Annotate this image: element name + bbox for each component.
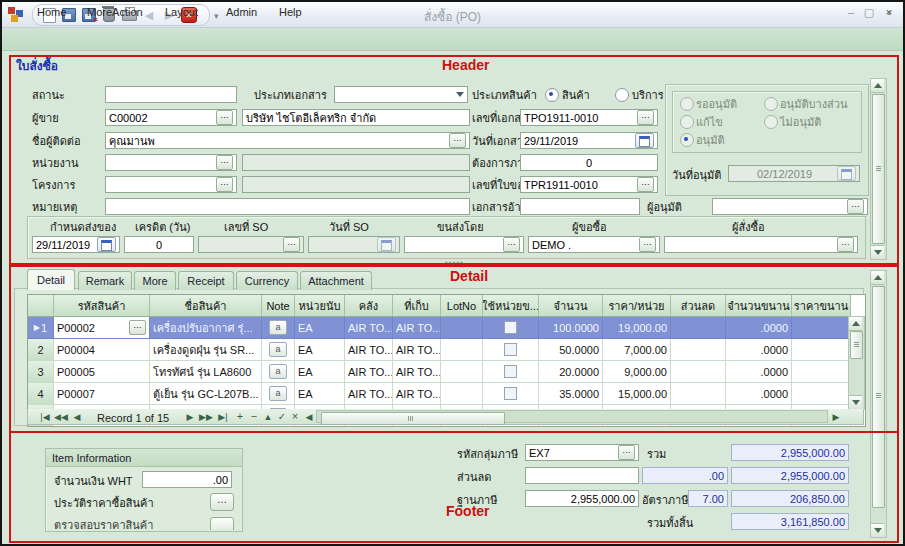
col-unit[interactable]: หน่วยนับ xyxy=(295,295,345,317)
ellipsis-button[interactable]: … xyxy=(129,320,146,335)
scroll-down-icon[interactable] xyxy=(871,245,884,259)
radio-service[interactable] xyxy=(615,88,629,102)
ellipsis-button[interactable]: … xyxy=(639,237,656,252)
discount-input[interactable] xyxy=(525,467,639,484)
requester-input[interactable]: DEMO .… xyxy=(528,236,660,253)
radio-reject[interactable] xyxy=(764,115,778,129)
ellipsis-button[interactable]: … xyxy=(637,110,654,125)
col-unit-price[interactable]: ราคา/หน่วย xyxy=(603,295,671,317)
tab-receipt[interactable]: Receipt xyxy=(178,271,234,290)
ellipsis-button[interactable]: … xyxy=(503,237,520,252)
col-warehouse[interactable]: คลัง xyxy=(345,295,393,317)
radio-wait-approve[interactable] xyxy=(680,97,694,111)
maximize-button[interactable]: ▢ xyxy=(861,6,877,19)
col-product-name[interactable]: ชื่อสินค้า xyxy=(150,295,262,317)
doc-no-input[interactable]: TPO1911-0010… xyxy=(520,109,658,126)
col-qty[interactable]: จำนวน xyxy=(539,295,603,317)
scroll-down-icon[interactable] xyxy=(849,395,862,409)
nav-prev-icon[interactable]: ◀ xyxy=(72,411,82,424)
ellipsis-button[interactable]: … xyxy=(637,177,654,192)
radio-goods-label[interactable]: สินค้า xyxy=(562,88,590,102)
menu-chevron-icon[interactable]: » xyxy=(885,10,896,16)
col-location[interactable]: ที่เก็บ xyxy=(393,295,441,317)
nav-last-icon[interactable]: ▶| xyxy=(216,411,230,424)
scroll-up-icon[interactable] xyxy=(871,271,884,285)
col-note[interactable]: Note xyxy=(262,295,295,317)
table-row[interactable]: 3 P00005 โทรทัศน์ รุ่น LA8600 a EA AIR T… xyxy=(28,361,865,383)
note-icon[interactable]: a xyxy=(269,386,287,401)
project-input[interactable]: … xyxy=(105,176,237,193)
scrollbar-thumb[interactable] xyxy=(872,286,885,508)
note-icon[interactable]: a xyxy=(269,364,287,379)
menu-help[interactable]: Help xyxy=(279,6,302,18)
department-input[interactable]: … xyxy=(105,154,237,171)
approver-input[interactable]: … xyxy=(712,198,868,215)
use-unit-checkbox[interactable] xyxy=(504,343,517,356)
grid-hscrollbar[interactable] xyxy=(316,410,828,423)
calendar-icon[interactable] xyxy=(97,237,116,252)
hscroll-right-icon[interactable]: ▶ xyxy=(831,411,841,424)
nav-cancel-icon[interactable]: × xyxy=(290,410,300,423)
minimize-button[interactable]: – xyxy=(843,6,859,18)
nav-delete-icon[interactable]: − xyxy=(249,410,259,423)
doc-date-input[interactable]: 29/11/2019 xyxy=(520,132,658,149)
nav-endedit-icon[interactable]: ✓ xyxy=(277,410,287,423)
scroll-up-icon[interactable] xyxy=(871,79,884,93)
ellipsis-button[interactable]: … xyxy=(847,199,864,214)
ellipsis-button[interactable]: … xyxy=(618,445,635,460)
radio-goods[interactable] xyxy=(545,88,559,102)
hscroll-left-icon[interactable]: ◀ xyxy=(304,411,314,424)
scroll-down-icon[interactable] xyxy=(871,523,884,537)
doc-type-select[interactable] xyxy=(334,86,468,103)
col-discount[interactable]: ส่วนลด xyxy=(671,295,726,317)
ellipsis-button[interactable]: … xyxy=(216,110,233,125)
grid-scrollbar[interactable] xyxy=(848,316,865,410)
ellipsis-button[interactable]: … xyxy=(449,133,466,148)
col-lotno[interactable]: LotNo xyxy=(441,295,483,317)
ellipsis-button[interactable]: … xyxy=(216,177,233,192)
menu-home[interactable]: Home xyxy=(37,6,66,18)
need-within-input[interactable]: 0 xyxy=(520,154,658,171)
status-input[interactable] xyxy=(105,86,237,103)
tab-attachment[interactable]: Attachment xyxy=(300,271,372,290)
tax-base-input[interactable]: 2,955,000.00 xyxy=(525,490,639,507)
contact-input[interactable]: คุณมานพ… xyxy=(105,132,470,149)
scrollbar-thumb[interactable] xyxy=(850,331,863,359)
note-icon[interactable]: a xyxy=(269,342,287,357)
col-use-unit[interactable]: ใช้หน่วยข... xyxy=(483,295,539,317)
ellipsis-button[interactable]: … xyxy=(216,155,233,170)
scroll-up-icon[interactable] xyxy=(849,317,862,331)
col-parallel-qty[interactable]: จำนวนขนาน xyxy=(726,295,792,317)
purchaser-input[interactable]: … xyxy=(664,236,858,253)
scrollbar-thumb[interactable] xyxy=(872,94,885,244)
nav-first-icon[interactable]: |◀ xyxy=(38,411,52,424)
tab-remark[interactable]: Remark xyxy=(78,271,132,290)
use-unit-checkbox[interactable] xyxy=(504,321,517,334)
ellipsis-button[interactable]: … xyxy=(837,237,854,252)
col-product-code[interactable]: รหัสสินค้า xyxy=(54,295,150,317)
use-unit-checkbox[interactable] xyxy=(504,365,517,378)
splitter-handle[interactable]: ▪▪▪▪▪ xyxy=(445,258,464,267)
purchase-history-button[interactable]: … xyxy=(210,493,234,511)
tab-currency[interactable]: Currency xyxy=(236,271,298,290)
tab-more[interactable]: More xyxy=(134,271,176,290)
col-parallel-price[interactable]: ราคาขนาน xyxy=(792,295,851,317)
remark-input[interactable] xyxy=(105,198,470,215)
delivery-date-input[interactable]: 29/11/2019 xyxy=(32,236,120,253)
vendor-code-input[interactable]: C00002… xyxy=(105,109,237,126)
use-unit-checkbox[interactable] xyxy=(504,387,517,400)
wht-amount-input[interactable]: .00 xyxy=(142,471,232,488)
tab-detail[interactable]: Detail xyxy=(27,269,75,290)
transport-input[interactable]: … xyxy=(404,236,524,253)
menu-admin[interactable]: Admin xyxy=(226,6,257,18)
table-row[interactable]: 2 P00004 เครื่องดูดฝุ่น รุ่น SR... a EA … xyxy=(28,339,865,361)
radio-edit[interactable] xyxy=(680,115,694,129)
nav-edit-icon[interactable]: ▲ xyxy=(263,411,273,424)
calendar-icon[interactable] xyxy=(635,133,654,148)
clipped-row-button[interactable] xyxy=(210,517,234,530)
table-row[interactable]: 4 P00007 ตู้เย็น รุ่น GC-L207B... a EA A… xyxy=(28,383,865,405)
lower-scrollbar[interactable] xyxy=(870,270,887,538)
ref-doc-input[interactable] xyxy=(520,198,640,215)
radio-approved[interactable] xyxy=(680,133,694,147)
nav-append-icon[interactable]: + xyxy=(235,410,245,423)
